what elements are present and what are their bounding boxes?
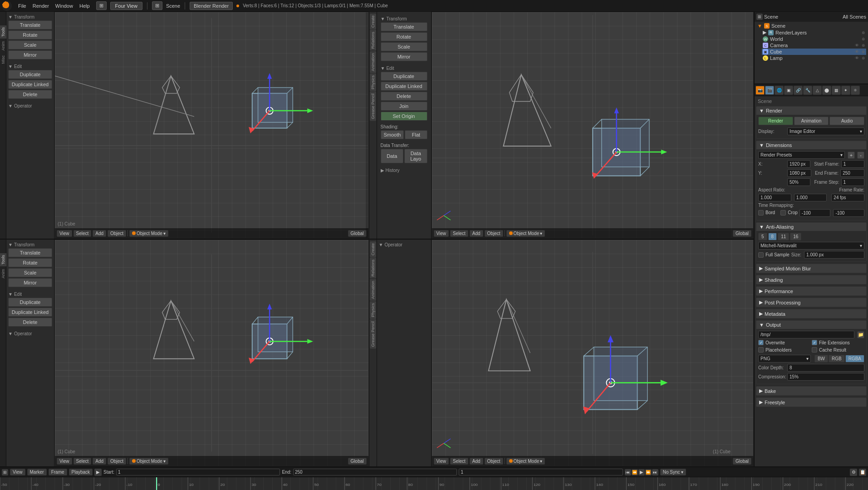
flat-btn-mid[interactable]: Flat [405, 130, 427, 139]
render-section-header[interactable]: ▼ Render [756, 107, 866, 115]
editor-type-btn[interactable]: ⊞ [96, 1, 107, 10]
placeholders-checkbox[interactable] [758, 347, 764, 353]
presets-del-btn[interactable]: - [857, 152, 864, 159]
time-old-field[interactable]: -100 [799, 209, 831, 217]
audio-btn[interactable]: Audio [829, 117, 864, 125]
render-engine-btn[interactable]: Blender Render [190, 2, 233, 10]
mirror-btn-bl[interactable]: Mirror [8, 278, 52, 287]
color-depth-field[interactable]: 8 [787, 364, 864, 372]
duplicate-btn-mid[interactable]: Duplicate [381, 72, 427, 81]
vtab-physics-b[interactable]: Physics [370, 301, 376, 319]
mode-btn-tl[interactable]: Object Mode ▾ [129, 230, 168, 237]
transport-skip-end[interactable]: ⏭ [652, 469, 658, 475]
outliner-item-world[interactable]: W World ⊕ [762, 36, 866, 42]
performance-header[interactable]: ▶ Performance [756, 287, 866, 295]
timeline-ruler-area[interactable]: -50 -40 -30 -20 -10 0 10 20 30 [0, 477, 868, 490]
time-new-field[interactable]: -100 [833, 209, 864, 217]
aa-16[interactable]: 16 [790, 233, 801, 240]
rgba-btn[interactable]: RGBA [845, 355, 864, 363]
timeline-options-btn[interactable]: ⚙ [850, 469, 857, 476]
start-val-field[interactable]: 1 [116, 469, 280, 475]
vtab-grease-b[interactable]: Grease Pencil [370, 319, 376, 349]
prop-icon-scene[interactable]: 🎬 [765, 86, 774, 95]
delete-btn-bl[interactable]: Delete [8, 318, 52, 327]
shading-header-prop[interactable]: ▶ Shading [756, 275, 866, 284]
translate-btn-mid[interactable]: Translate [381, 22, 427, 31]
outliner-item-lamp[interactable]: L Lamp 👁 ⊕ [762, 55, 866, 61]
mirror-btn-mid[interactable]: Mirror [381, 52, 427, 61]
rotate-btn-bl[interactable]: Rotate [8, 258, 52, 267]
timeline-frame-rate-btn[interactable]: 📋 [859, 469, 866, 476]
viewport-top-left[interactable]: User Persp [54, 12, 369, 239]
menu-help[interactable]: Help [77, 2, 93, 10]
mirror-btn-tl[interactable]: Mirror [8, 50, 52, 59]
res-x-field[interactable]: 1920 px [787, 160, 810, 168]
bake-header[interactable]: ▶ Bake [756, 387, 866, 395]
menu-render[interactable]: Render [30, 2, 52, 10]
viewport-bottom-left[interactable]: User Persp [54, 240, 369, 466]
render-btn[interactable]: Render [758, 117, 793, 125]
vtab-grease[interactable]: Grease Pencil [370, 92, 376, 121]
mode-btn-tr[interactable]: Object Mode ▾ [506, 230, 545, 237]
prop-icon-particles[interactable]: ✦ [841, 86, 850, 95]
render-presets-dropdown[interactable]: Render Presets ▾ [758, 151, 845, 159]
rotate-btn-tl[interactable]: Rotate [8, 30, 52, 39]
prop-icon-data[interactable]: △ [813, 86, 822, 95]
timeline-frame-btn[interactable]: Frame [49, 469, 67, 475]
prop-icon-modifiers[interactable]: 🔧 [803, 86, 812, 95]
outliner-item-camera[interactable]: C Camera 👁 ⊕ [762, 42, 866, 49]
anim-tab-bl[interactable]: Anim [0, 267, 6, 280]
vtab-relations-b[interactable]: Relations [370, 258, 376, 279]
misc-tab[interactable]: Misc [0, 54, 6, 66]
freestyle-header[interactable]: ▶ Freestyle [756, 398, 866, 407]
aa-size-field[interactable]: 1.000 px [804, 251, 864, 259]
timeline-playback-btn[interactable]: Playback [69, 469, 93, 475]
vtab-create-b[interactable]: Create [370, 241, 376, 257]
view-btn-tl[interactable]: View [57, 230, 72, 237]
object-btn-tl[interactable]: Object [108, 230, 126, 237]
scale-btn-bl[interactable]: Scale [8, 268, 52, 277]
object-btn-tr[interactable]: Object [485, 230, 503, 237]
object-btn-br[interactable]: Object [485, 458, 503, 465]
prop-icon-physics[interactable]: ⚛ [851, 86, 860, 95]
screen-type-btn[interactable]: ⊞ [152, 1, 162, 10]
overwrite-checkbox[interactable] [758, 340, 764, 345]
aspect-x-field[interactable]: 1.000 [758, 194, 791, 201]
compression-field[interactable]: 15% [787, 373, 864, 381]
vtab-animation[interactable]: Animation [370, 51, 376, 73]
vtab-relations[interactable]: Relations [370, 30, 376, 51]
prop-icon-world[interactable]: 🌐 [775, 86, 784, 95]
scale-btn-tl[interactable]: Scale [8, 40, 52, 49]
transport-prev[interactable]: ⏪ [632, 469, 638, 475]
aa-5[interactable]: 5 [758, 233, 767, 240]
outliner-item-cube[interactable]: ▣ Cube 👁 ⊕ [762, 49, 866, 55]
transport-skip-start[interactable]: ⏮ [625, 469, 631, 475]
duplicate-btn-bl[interactable]: Duplicate [8, 298, 52, 307]
menu-file[interactable]: File [15, 2, 29, 10]
global-btn-bl[interactable]: Global [348, 458, 367, 465]
add-btn-br[interactable]: Add [470, 458, 483, 465]
metadata-header[interactable]: ▶ Metadata [756, 309, 866, 318]
viewport-tl-right-resize[interactable] [366, 12, 368, 238]
view-btn-bl[interactable]: View [57, 458, 72, 465]
border-checkbox[interactable] [758, 210, 764, 216]
transport-next[interactable]: ⏩ [645, 469, 652, 475]
vtab-create[interactable]: Create [370, 14, 376, 29]
global-btn-tl[interactable]: Global [348, 230, 367, 237]
prop-icon-object[interactable]: ▣ [784, 86, 793, 95]
smooth-btn-mid[interactable]: Smooth [381, 130, 404, 139]
frame-rate-field[interactable]: 24 fps [831, 194, 864, 201]
view-btn-tr[interactable]: View [434, 230, 449, 237]
aspect-y-field[interactable]: 1.000 [794, 194, 827, 201]
transport-play[interactable]: ▶ [638, 469, 645, 475]
scale-field[interactable]: 50% [787, 178, 810, 186]
anim-tab-left[interactable]: Anim [0, 39, 6, 53]
outliner-item-renderlayers[interactable]: ▶ R RenderLayers ⊕ [762, 29, 866, 36]
join-btn-mid[interactable]: Join [381, 102, 427, 111]
duplicate-linked-btn-tl[interactable]: Duplicate Linked [8, 80, 52, 89]
timeline-type-btn[interactable]: ⊞ [2, 469, 8, 475]
output-browse-btn[interactable]: 📁 [857, 331, 864, 338]
duplicate-linked-btn-mid[interactable]: Duplicate Linked [381, 82, 427, 91]
mode-btn-br[interactable]: Object Mode ▾ [506, 458, 545, 465]
start-frame-field[interactable]: 1 [841, 160, 864, 168]
